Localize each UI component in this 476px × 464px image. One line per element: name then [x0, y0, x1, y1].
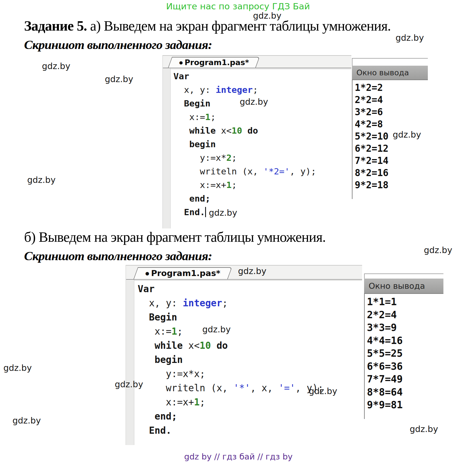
output-line: 8*8=64 [367, 386, 443, 399]
output-window-a: Окно вывода 1*2=22*2=43*2=64*2=85*2=106*… [352, 58, 428, 199]
code-token: Var [173, 71, 189, 81]
code-token: writeln (x, [138, 382, 233, 394]
tab-label: ●Program1.pas* [178, 58, 249, 67]
watermark: gdz.by [238, 266, 266, 276]
tab-label: ●Program1.pas* [144, 268, 220, 278]
modified-dot-icon: ● [179, 60, 183, 65]
code-token: end; [173, 193, 211, 204]
output-line: 9*9=81 [367, 399, 443, 412]
code-line: Begin [138, 310, 362, 324]
output-line: 1*2=2 [355, 82, 428, 94]
code-line: Var [138, 282, 362, 296]
promo-note: Ищите нас по запросу ГДЗ Бай [0, 1, 476, 11]
output-line: 4*4=16 [367, 334, 443, 347]
code-token: '*' [233, 382, 250, 394]
output-lines-b: 1*1=12*2=43*3=94*4=165*5=256*6=367*7=498… [364, 294, 443, 419]
code-line: while x<10 do [173, 124, 351, 137]
code-line: End. [138, 424, 362, 438]
tab-program1[interactable]: ●Program1.pas* [168, 57, 256, 68]
tab-filename: Program1.pas* [151, 268, 220, 278]
watermark: gdz.by [3, 363, 32, 373]
modified-dot-icon: ● [145, 271, 149, 276]
watermark: gdz.by [12, 416, 41, 425]
code-token: Var [138, 283, 155, 294]
tab-bar: ●Program1.pas* [163, 56, 351, 68]
code-line: writeln (x, '*2=', y); [173, 164, 351, 178]
output-line: 6*2=12 [355, 142, 428, 155]
section-b-heading: б) Выведем на экран фрагмент таблицы умн… [24, 229, 326, 245]
code-area-b[interactable]: Var x, y: integer; Begin x:=1; while x<1… [134, 280, 362, 445]
code-token: End. [173, 207, 205, 217]
code-token: begin [173, 139, 216, 149]
code-token: '=' [279, 382, 296, 394]
code-token: y:=x*x; [138, 368, 205, 379]
code-editor-a: ●Program1.pas* Var x, y: integer; Begin … [162, 55, 351, 228]
section-a-subheading: Скриншот выполненного задания: [24, 37, 212, 52]
code-token: integer [183, 298, 222, 309]
code-token: 10 [231, 125, 242, 136]
code-token: Begin [173, 98, 211, 108]
code-token: ; [231, 180, 237, 190]
editor-body: Var x, y: integer; Begin x:=1; while x<1… [163, 68, 351, 228]
code-line: y:=x*2; [173, 151, 351, 164]
code-token: 1 [226, 180, 232, 190]
watermark: gdz.by [253, 11, 281, 21]
code-line: x, y: integer; [138, 296, 362, 310]
code-token: ; [253, 85, 258, 95]
code-line: end; [138, 409, 362, 424]
code-token: x< [216, 125, 231, 136]
tab-filename: Program1.pas* [185, 58, 249, 67]
output-line: 8*2=16 [355, 167, 428, 179]
output-line: 9*2=18 [355, 179, 428, 191]
code-token: End. [138, 425, 171, 436]
code-token: '*2=' [263, 166, 290, 176]
watermark: gdz.by [410, 424, 438, 434]
code-token: x, y: [173, 85, 216, 95]
code-line: begin [173, 137, 351, 151]
code-token: 2 [226, 153, 232, 163]
code-token: ; [200, 397, 205, 408]
watermark: gdz.by [209, 208, 237, 218]
output-window-b: Окно вывода 1*1=12*2=43*3=94*4=165*5=256… [364, 273, 443, 419]
code-line: x:=1; [138, 324, 362, 339]
code-line: End. [173, 205, 351, 219]
editor-gutter [126, 280, 134, 445]
output-line: 3*2=6 [355, 106, 428, 118]
output-line: 2*2=4 [367, 309, 443, 322]
watermark: gdz.by [424, 245, 452, 255]
output-lines-a: 1*2=22*2=43*2=64*2=85*2=106*2=127*2=148*… [352, 80, 428, 199]
watermark: gdz.by [202, 324, 231, 334]
code-line: x:=x+1; [138, 395, 362, 409]
watermark: gdz.by [393, 130, 421, 140]
section-b-subheading: Скриншот выполненного задания: [24, 249, 212, 263]
watermark: gdz.by [105, 74, 133, 84]
code-token: ; [177, 326, 183, 337]
watermark: gdz.by [42, 61, 70, 71]
code-token: 1 [194, 397, 200, 408]
code-token: 1 [205, 112, 211, 122]
code-token: x:= [173, 112, 205, 122]
code-token: ; [211, 112, 216, 122]
code-token: integer [216, 85, 253, 95]
code-token: x:= [138, 326, 171, 337]
tab-program1[interactable]: ●Program1.pas* [133, 267, 228, 279]
output-line: 7*2=14 [355, 155, 428, 167]
code-token: Begin [138, 312, 177, 323]
output-line: 7*7=49 [367, 373, 443, 386]
output-line: 2*2=4 [355, 94, 428, 106]
editor-body: Var x, y: integer; Begin x:=1; while x<1… [126, 280, 362, 445]
code-editor-b: ●Program1.pas* Var x, y: integer; Begin … [126, 265, 362, 445]
section-a-heading-text: а) Выведем на экран фрагмент таблицы умн… [87, 18, 391, 34]
code-token: writeln (x, [173, 166, 263, 176]
code-token: end; [138, 411, 177, 422]
code-area-a[interactable]: Var x, y: integer; Begin x:=1; while x<1… [171, 68, 351, 228]
code-token: while [173, 125, 216, 136]
output-line: 1*1=1 [367, 296, 443, 309]
watermark: gdz.by [240, 97, 268, 107]
code-token: ; [222, 298, 228, 309]
code-line: while x<10 do [138, 339, 362, 353]
code-token: while [138, 340, 183, 351]
code-line: x:=1; [173, 110, 351, 124]
code-token: x:=x+ [173, 180, 226, 190]
output-line: 3*3=9 [367, 321, 443, 334]
